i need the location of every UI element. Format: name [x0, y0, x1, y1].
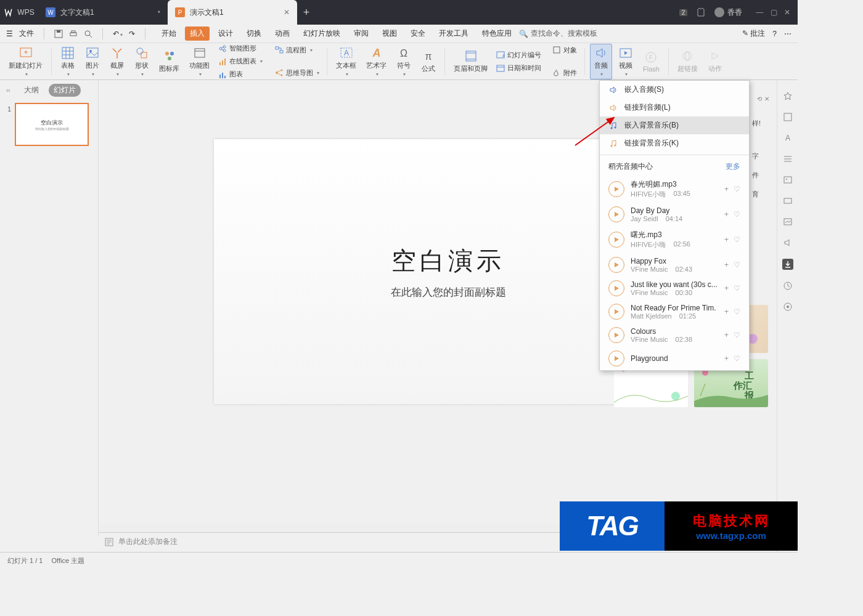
flowchart-button[interactable]: 流程图▾ — [272, 44, 322, 56]
annotate-button[interactable]: ✎ 批注 — [742, 28, 765, 39]
heart-icon[interactable]: ♡ — [734, 331, 740, 339]
notes-bar[interactable]: 单击此处添加备注 — [99, 532, 616, 551]
menu-icon[interactable]: ☰ — [6, 30, 13, 38]
add-icon[interactable]: + — [724, 235, 729, 244]
link-bg-music-item[interactable]: 链接背景音乐(K) — [600, 134, 749, 152]
menu-design[interactable]: 设计 — [213, 26, 238, 41]
add-icon[interactable]: + — [724, 261, 729, 269]
audio-row[interactable]: Colours VFine Music02:38 + ♡ — [600, 323, 749, 347]
play-icon[interactable] — [608, 304, 624, 320]
smart-button[interactable]: 智能图形 — [216, 43, 265, 54]
add-icon[interactable]: + — [724, 331, 729, 339]
heart-icon[interactable]: ♡ — [734, 185, 740, 193]
add-icon[interactable]: + — [724, 284, 729, 293]
rail-icon[interactable] — [783, 112, 793, 122]
menu-start[interactable]: 开始 — [157, 26, 181, 41]
close-icon[interactable]: ✕ — [284, 8, 290, 17]
notification-badge[interactable]: 2 — [679, 9, 688, 16]
add-icon[interactable]: + — [724, 307, 729, 316]
tab-ppt-doc[interactable]: P 演示文稿1 ✕ — [168, 0, 297, 25]
play-icon[interactable] — [608, 351, 624, 367]
wps-logo[interactable]: WPS — [0, 0, 38, 25]
headerfooter-button[interactable]: 页眉和页脚 — [450, 47, 491, 75]
menu-slideshow[interactable]: 幻灯片放映 — [298, 26, 345, 41]
slide-subtitle[interactable]: 在此输入您的封面副标题 — [391, 285, 506, 299]
rail-download-icon[interactable] — [782, 259, 793, 270]
menu-devtools[interactable]: 开发工具 — [434, 26, 473, 41]
video-button[interactable]: 视频▾ — [615, 44, 637, 79]
minimize-button[interactable]: — — [756, 8, 763, 17]
menu-view[interactable]: 视图 — [377, 26, 402, 41]
audio-row[interactable]: Playground + ♡ — [600, 347, 749, 370]
flash-button[interactable]: F Flash — [639, 49, 663, 75]
audio-row[interactable]: 曙光.mp3 HIFIVE小嗨02:56 + ♡ — [600, 226, 749, 253]
audio-row[interactable]: Happy Fox VFine Music02:43 + ♡ — [600, 253, 749, 277]
heart-icon[interactable]: ♡ — [734, 354, 740, 363]
tab-word-doc[interactable]: W 文字文稿1 • — [38, 0, 168, 25]
slidenum-button[interactable]: #幻灯片编号 — [494, 49, 544, 61]
print-icon[interactable] — [69, 30, 78, 38]
collapse-ribbon-icon[interactable]: ⋯ — [784, 30, 791, 38]
audio-row[interactable]: 春光明媚.mp3 HIFIVE小嗨03:45 + ♡ — [600, 176, 749, 203]
audio-row[interactable]: Just like you want (30s c... VFine Music… — [600, 277, 749, 300]
rail-icon[interactable] — [783, 238, 793, 248]
save-icon[interactable] — [54, 30, 63, 38]
rail-icon[interactable] — [783, 91, 793, 101]
play-icon[interactable] — [608, 257, 624, 273]
heart-icon[interactable]: ♡ — [734, 261, 740, 269]
collapse-panel-icon[interactable]: ‹‹ — [6, 87, 10, 94]
rail-icon[interactable] — [783, 154, 793, 164]
search-box[interactable]: 🔍 查找命令、搜索模板 — [519, 28, 597, 39]
slide-title[interactable]: 空白演示 — [391, 244, 505, 278]
heart-icon[interactable]: ♡ — [734, 307, 740, 316]
play-icon[interactable] — [608, 181, 624, 197]
menu-review[interactable]: 审阅 — [349, 26, 374, 41]
rail-icon[interactable] — [783, 196, 793, 206]
equation-button[interactable]: π 公式 — [417, 47, 440, 75]
new-slide-button[interactable]: + 新建幻灯片▾ — [5, 44, 46, 79]
attach-button[interactable]: 附件 — [550, 67, 579, 79]
audio-row[interactable]: Day By Day Jay Seidl04:14 + ♡ — [600, 203, 749, 226]
horizontal-scrollbar[interactable] — [99, 524, 616, 532]
play-icon[interactable] — [608, 280, 624, 296]
menu-transition[interactable]: 切换 — [242, 26, 266, 41]
more-link[interactable]: 更多 — [726, 161, 740, 172]
add-icon[interactable]: + — [724, 185, 729, 193]
mindmap-button[interactable]: 思维导图▾ — [272, 67, 322, 79]
file-menu[interactable]: 文件 — [19, 28, 34, 39]
chart-button[interactable]: 图表 — [216, 68, 265, 80]
menu-insert[interactable]: 插入 — [185, 26, 210, 41]
rail-icon[interactable] — [783, 281, 793, 291]
menu-security[interactable]: 安全 — [406, 26, 430, 41]
symbol-button[interactable]: Ω 符号▾ — [393, 44, 415, 79]
textbox-button[interactable]: A 文本框▾ — [332, 44, 360, 79]
embed-bg-music-item[interactable]: 嵌入背景音乐(B) — [600, 116, 749, 134]
play-icon[interactable] — [608, 232, 624, 248]
screenshot-button[interactable]: 截屏▾ — [106, 44, 128, 79]
link-audio-item[interactable]: 链接到音频(L) — [600, 99, 749, 116]
help-icon[interactable]: ? — [772, 30, 777, 38]
audio-row[interactable]: Not Ready For Prime Tim. Matt Kjeldsen01… — [600, 300, 749, 323]
shape-button[interactable]: 形状▾ — [131, 44, 153, 79]
undo-icon[interactable]: ↶▾ — [113, 30, 123, 38]
rail-icon[interactable] — [783, 217, 793, 227]
close-icon[interactable]: • — [158, 8, 160, 17]
rail-icon[interactable] — [783, 302, 793, 312]
close-button[interactable]: ✕ — [784, 8, 790, 17]
iconlib-button[interactable]: 图标库 — [155, 47, 183, 75]
table-button[interactable]: 表格▾ — [57, 44, 79, 79]
audio-button[interactable]: 音频▾ — [590, 44, 612, 79]
rail-icon[interactable]: A — [783, 133, 793, 143]
user-menu[interactable]: 香香 — [714, 7, 742, 18]
skin-icon[interactable] — [696, 7, 706, 17]
funcimg-button[interactable]: 功能图▾ — [186, 44, 213, 79]
maximize-button[interactable]: ▢ — [771, 8, 777, 17]
embed-audio-item[interactable]: 嵌入音频(S) — [600, 81, 749, 99]
play-icon[interactable] — [608, 206, 624, 222]
new-tab-button[interactable]: + — [297, 6, 316, 19]
rail-icon[interactable] — [783, 175, 793, 185]
picture-button[interactable]: 图片▾ — [81, 44, 104, 79]
slides-tab[interactable]: 幻灯片 — [49, 84, 81, 97]
object-button[interactable]: 对象 — [550, 44, 579, 56]
wordart-button[interactable]: A 艺术字▾ — [362, 44, 390, 79]
